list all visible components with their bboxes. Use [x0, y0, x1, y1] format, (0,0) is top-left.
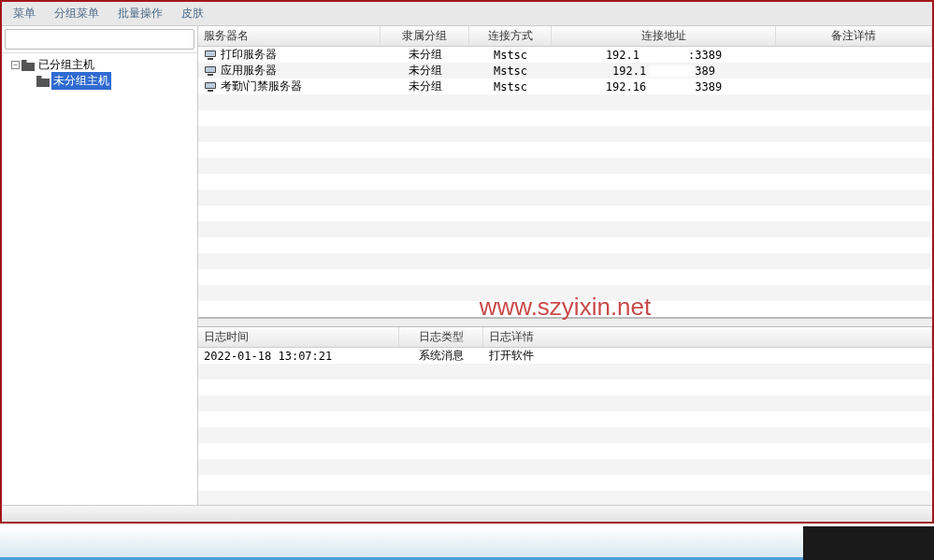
table-row[interactable]	[198, 174, 932, 190]
log-type: 系统消息	[399, 348, 483, 364]
tree-item-ungrouped[interactable]: 未分组主机	[4, 73, 195, 89]
table-row[interactable]	[198, 269, 932, 285]
server-group: 未分组	[381, 63, 469, 79]
col-header-name[interactable]: 服务器名	[198, 26, 381, 46]
svg-rect-10	[208, 90, 213, 92]
menu-item-batch[interactable]: 批量操作	[110, 4, 170, 23]
svg-rect-3	[206, 51, 215, 56]
server-group: 未分组	[381, 79, 469, 94]
statusbar	[2, 505, 932, 522]
svg-rect-7	[208, 74, 213, 76]
table-row[interactable]	[198, 222, 932, 237]
table-row[interactable]	[198, 206, 932, 222]
table-row[interactable]	[198, 158, 932, 174]
splitter[interactable]	[198, 318, 932, 327]
table-row[interactable]	[198, 94, 932, 110]
table-row[interactable]: 2022-01-18 13:07:21系统消息打开软件	[198, 348, 932, 364]
server-conn: Mstsc	[469, 49, 552, 62]
table-row[interactable]	[198, 395, 932, 411]
svg-rect-6	[206, 67, 215, 72]
table-row[interactable]: 应用服务器未分组Mstsc192.1389	[198, 63, 932, 79]
search-input[interactable]	[5, 29, 194, 50]
table-row[interactable]	[198, 459, 932, 475]
table-row[interactable]	[198, 190, 932, 206]
table-row[interactable]	[198, 475, 932, 491]
table-row[interactable]	[198, 253, 932, 269]
server-conn: Mstsc	[469, 80, 552, 93]
log-grid-header: 日志时间 日志类型 日志详情	[198, 327, 932, 348]
menu-item-skin[interactable]: 皮肤	[174, 4, 211, 23]
menu-item-main[interactable]: 菜单	[6, 4, 43, 23]
log-time: 2022-01-18 13:07:21	[198, 350, 399, 363]
log-grid-body[interactable]: 2022-01-18 13:07:21系统消息打开软件	[198, 348, 932, 505]
folder-icon	[36, 76, 50, 87]
col-header-group[interactable]: 隶属分组	[381, 26, 469, 46]
menu-item-group[interactable]: 分组菜单	[47, 4, 107, 23]
tree-root-grouped[interactable]: − 已分组主机	[4, 57, 195, 73]
server-addr: 192.1:3389	[552, 49, 776, 62]
table-row[interactable]	[198, 380, 932, 395]
server-grid-body[interactable]: 打印服务器未分组Mstsc192.1:3389应用服务器未分组Mstsc192.…	[198, 47, 932, 317]
server-name: 应用服务器	[221, 63, 277, 79]
server-icon	[204, 65, 217, 76]
sidebar: − 已分组主机 未分组主机	[2, 26, 198, 505]
svg-rect-4	[208, 58, 213, 60]
table-row[interactable]: 打印服务器未分组Mstsc192.1:3389	[198, 47, 932, 63]
tree-label: 未分组主机	[51, 72, 111, 90]
table-row[interactable]	[198, 491, 932, 505]
server-icon	[204, 81, 217, 92]
menubar: 菜单 分组菜单 批量操作 皮肤	[2, 2, 932, 26]
table-row[interactable]	[198, 126, 932, 142]
tree-collapse-icon[interactable]: −	[11, 61, 20, 69]
tree-spacer	[26, 77, 35, 85]
host-tree: − 已分组主机 未分组主机	[2, 53, 197, 505]
table-row[interactable]	[198, 364, 932, 380]
col-header-remark[interactable]: 备注详情	[776, 26, 932, 46]
server-addr: 192.163389	[552, 80, 776, 93]
server-addr: 192.1389	[552, 65, 776, 78]
server-name: 打印服务器	[221, 47, 277, 63]
server-conn: Mstsc	[469, 65, 552, 78]
table-row[interactable]: 考勤\门禁服务器未分组Mstsc192.163389	[198, 79, 932, 94]
col-header-addr[interactable]: 连接地址	[552, 26, 776, 46]
table-row[interactable]	[198, 427, 932, 443]
col-header-conn[interactable]: 连接方式	[469, 26, 552, 46]
folder-icon	[22, 60, 35, 71]
taskbar-dark	[803, 526, 934, 560]
log-detail: 打开软件	[483, 348, 932, 364]
col-header-logtime[interactable]: 日志时间	[198, 327, 399, 347]
table-row[interactable]	[198, 411, 932, 427]
table-row[interactable]	[198, 301, 932, 317]
svg-rect-9	[206, 83, 215, 88]
col-header-logtype[interactable]: 日志类型	[399, 327, 483, 347]
taskbar-light	[0, 526, 803, 560]
server-group: 未分组	[381, 47, 469, 63]
col-header-logdetail[interactable]: 日志详情	[483, 327, 932, 347]
log-grid: 日志时间 日志类型 日志详情 2022-01-18 13:07:21系统消息打开…	[198, 327, 932, 505]
table-row[interactable]	[198, 237, 932, 253]
server-icon	[204, 50, 217, 60]
server-name: 考勤\门禁服务器	[221, 79, 302, 94]
table-row[interactable]	[198, 110, 932, 126]
server-grid-header: 服务器名 隶属分组 连接方式 连接地址 备注详情	[198, 26, 932, 47]
table-row[interactable]	[198, 285, 932, 301]
server-grid: 服务器名 隶属分组 连接方式 连接地址 备注详情 打印服务器未分组Mstsc19…	[198, 26, 932, 318]
table-row[interactable]	[198, 443, 932, 459]
taskbar-fragment	[0, 526, 934, 560]
table-row[interactable]	[198, 142, 932, 158]
